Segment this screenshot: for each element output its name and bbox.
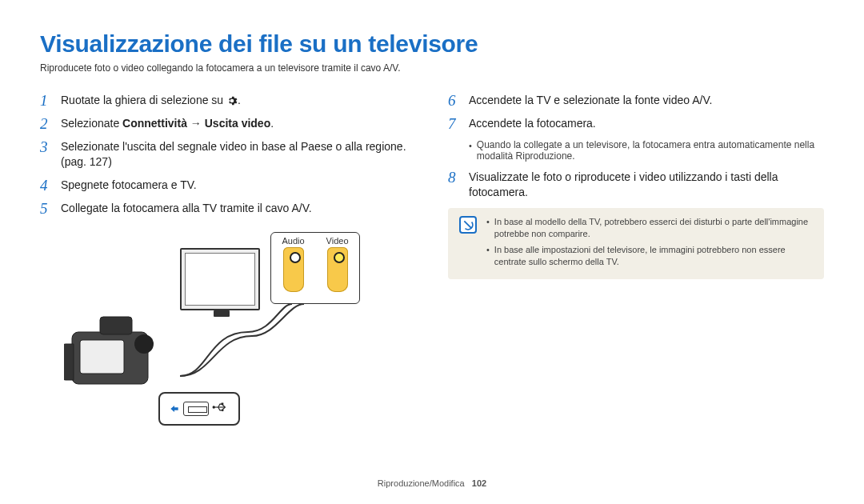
sub-bullet: • Quando la collegate a un televisore, l… xyxy=(469,139,824,162)
note-icon xyxy=(459,216,477,234)
step-text: Accendete la TV e selezionate la fonte v… xyxy=(469,93,824,108)
bullet-dot-icon: • xyxy=(486,216,490,241)
step-8: 8 Visualizzate le foto o riproducete i v… xyxy=(448,170,824,200)
step-1: 1 Ruotate la ghiera di selezione su . xyxy=(40,93,416,108)
step-number: 6 xyxy=(448,93,461,108)
page-footer: Riproduzione/Modifica 102 xyxy=(0,478,864,488)
step-number: 4 xyxy=(40,178,53,193)
step-3: 3 Selezionate l'uscita del segnale video… xyxy=(40,139,416,170)
step-number: 1 xyxy=(40,93,53,108)
page-subtitle: Riproducete foto o video collegando la f… xyxy=(40,62,824,74)
bullet-dot-icon: • xyxy=(486,244,490,269)
usb-connector-box xyxy=(158,392,240,426)
usb-plug-icon xyxy=(183,402,209,416)
video-plug-icon xyxy=(327,247,348,292)
footer-page-number: 102 xyxy=(472,478,486,488)
step-text-pre: Selezionate xyxy=(61,117,122,130)
insert-arrow-icon xyxy=(169,403,180,414)
svg-rect-2 xyxy=(100,317,132,334)
sub-bullet-text: Quando la collegate a un televisore, la … xyxy=(477,139,824,162)
page-title: Visualizzazione dei file su un televisor… xyxy=(40,30,824,58)
step-text-post: . xyxy=(238,94,241,106)
left-column: 1 Ruotate la ghiera di selezione su . 2 … xyxy=(40,93,416,440)
step-5: 5 Collegate la fotocamera alla TV tramit… xyxy=(40,201,416,216)
note-item: •In base al modello della TV, potrebbero… xyxy=(486,216,813,241)
step-number: 7 xyxy=(448,116,461,131)
step-7: 7 Accendete la fotocamera. xyxy=(448,116,824,131)
svg-rect-5 xyxy=(222,402,224,405)
step-number: 3 xyxy=(40,139,53,170)
video-label: Video xyxy=(326,236,349,246)
svg-rect-1 xyxy=(80,340,124,374)
step-text-post: . xyxy=(270,117,274,130)
camera-icon xyxy=(64,312,168,392)
cable-path-icon xyxy=(176,300,312,380)
connection-illustration: Audio Video xyxy=(40,224,360,440)
right-column: 6 Accendete la TV e selezionate la fonte… xyxy=(448,93,824,440)
step-number: 2 xyxy=(40,116,53,131)
gear-icon xyxy=(226,95,238,106)
svg-point-6 xyxy=(222,409,224,411)
note-text: In base alle impostazioni del televisore… xyxy=(494,244,813,269)
step-6: 6 Accendete la TV e selezionate la fonte… xyxy=(448,93,824,108)
step-text-pre: Ruotate la ghiera di selezione su xyxy=(61,94,226,106)
step-4: 4 Spegnete fotocamera e TV. xyxy=(40,178,416,193)
arrow-separator: → xyxy=(187,117,205,130)
tv-icon xyxy=(180,248,260,310)
step-text: Ruotate la ghiera di selezione su . xyxy=(61,93,416,108)
step-number: 5 xyxy=(40,201,53,216)
note-box: •In base al modello della TV, potrebbero… xyxy=(448,208,824,280)
svg-point-3 xyxy=(134,334,154,354)
step-2: 2 Selezionate Connettività → Uscita vide… xyxy=(40,116,416,131)
note-list: •In base al modello della TV, potrebbero… xyxy=(486,216,813,272)
step-text: Selezionate l'uscita del segnale video i… xyxy=(61,139,416,170)
step-text: Accendete la fotocamera. xyxy=(469,116,824,131)
usb-symbol-icon xyxy=(212,402,230,416)
step-text-bold: Uscita video xyxy=(205,117,270,130)
bullet-dot-icon: • xyxy=(469,139,472,162)
note-text: In base al modello della TV, potrebbero … xyxy=(494,216,813,241)
step-text: Collegate la fotocamera alla TV tramite … xyxy=(61,201,416,216)
step-number: 8 xyxy=(448,170,461,200)
audio-plug-icon xyxy=(283,247,304,292)
step-text: Selezionate Connettività → Uscita video. xyxy=(61,116,416,131)
audio-label: Audio xyxy=(282,236,304,246)
av-connector-box: Audio Video xyxy=(270,232,360,304)
step-text-bold: Connettività xyxy=(122,117,187,130)
note-item: •In base alle impostazioni del televisor… xyxy=(486,244,813,269)
footer-section: Riproduzione/Modifica xyxy=(378,478,465,488)
step-text: Spegnete fotocamera e TV. xyxy=(61,178,416,193)
step-text: Visualizzate le foto o riproducete i vid… xyxy=(469,170,824,200)
